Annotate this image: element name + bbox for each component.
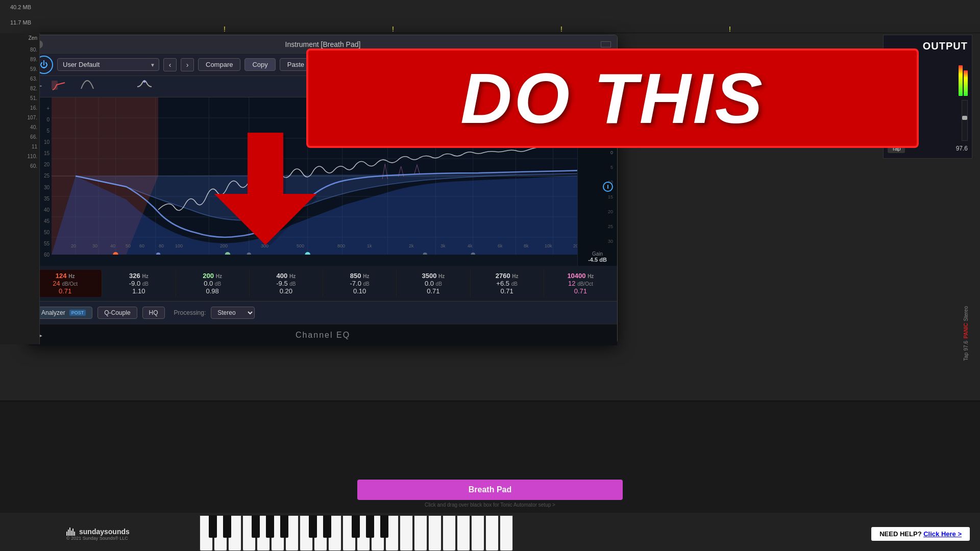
window-minimize-button[interactable] [601, 41, 611, 47]
gain-30neg: 30 [580, 239, 615, 244]
piano-white-key[interactable] [471, 515, 484, 551]
compare-button[interactable]: Compare [198, 58, 240, 71]
eq-node-3[interactable] [136, 79, 153, 95]
eq-band-6[interactable]: 3500 Hz 0.0 dB 0.71 [397, 270, 470, 297]
piano-white-key[interactable] [400, 515, 413, 551]
scale-16: 16. [0, 101, 39, 111]
piano-black-key[interactable] [280, 515, 288, 538]
band3-freq: 200 Hz [203, 272, 222, 280]
processing-label: Processing: [174, 309, 206, 316]
piano-black-key[interactable] [252, 515, 260, 538]
bottom-area: Breath Pad [0, 400, 980, 551]
band7-db: +6.5 dB [496, 280, 518, 287]
eq-node-2[interactable] [79, 79, 95, 95]
analyzer-button[interactable]: Analyzer POST [35, 307, 92, 319]
piano-black-key[interactable] [223, 515, 231, 538]
band5-q: 0.10 [353, 287, 366, 295]
eq-band-4[interactable]: 400 Hz -9.5 dB 0.20 [250, 270, 323, 297]
piano-black-key[interactable] [209, 515, 217, 538]
freq-50: 50 [126, 243, 131, 248]
piano-keys[interactable] [199, 515, 618, 551]
band4-db: -9.5 dB [276, 280, 296, 287]
breath-pad-label: Breath Pad [469, 485, 511, 494]
warning-icon-4: ! [729, 25, 731, 33]
eq-band-3[interactable]: 200 Hz 0.0 dB 0.98 [176, 270, 250, 297]
eq-band-5[interactable]: 850 Hz -7.0 dB 0.10 [323, 270, 397, 297]
svg-point-1 [143, 81, 145, 83]
post-badge: POST [69, 310, 86, 316]
output-fader-handle[interactable] [962, 116, 967, 120]
freq-8k: 8k [524, 243, 529, 248]
piano-keyboard [0, 513, 980, 551]
stereo-panic-tap-section: Stereo PANIC 97.6 Tap [963, 306, 969, 361]
red-arrow-icon [214, 133, 316, 259]
scale-59: 59. [0, 62, 39, 72]
stereo-label-vertical: Stereo [963, 306, 969, 321]
gain-value-display: -4.5 dB [588, 257, 607, 263]
freq-80: 80 [159, 243, 164, 248]
piano-white-key[interactable] [414, 515, 427, 551]
warning-icon-1: ! [224, 25, 226, 33]
scale-66: 66. [0, 130, 39, 140]
freq-6k: 6k [498, 243, 503, 248]
copy-button[interactable]: Copy [244, 58, 275, 71]
piano-black-key[interactable] [266, 515, 274, 538]
scale-89: 89. [0, 53, 39, 62]
svg-rect-0 [52, 81, 58, 90]
gain-title-label: Gain [592, 251, 603, 257]
piano-white-key[interactable] [485, 515, 499, 551]
freq-10k: 10k [545, 243, 552, 248]
logo-name: sundaysounds [79, 528, 130, 536]
band2-freq: 326 Hz [129, 272, 149, 280]
scale-80: 80. [0, 41, 39, 53]
timeline-bar: ! ! ! ! [40, 24, 980, 33]
piano-black-key[interactable] [352, 515, 360, 538]
tap-label-vertical: Tap [963, 353, 969, 361]
gain-25neg: 25 [580, 224, 615, 229]
scale-110: 110. [0, 149, 39, 159]
forward-button[interactable]: › [181, 58, 194, 71]
back-button[interactable]: ‹ [163, 58, 177, 71]
scale-107: 107. [0, 111, 39, 120]
dropdown-chevron-icon: ▼ [150, 62, 155, 67]
memory-label-2: 11.7 MB [10, 19, 31, 26]
gain-0: 0 [580, 150, 615, 155]
help-bar[interactable]: NEED HELP? Click Here > [871, 527, 970, 541]
preset-dropdown[interactable]: User Default [57, 58, 159, 71]
tap-value-display: 97.6 [956, 145, 968, 152]
eq-band-2[interactable]: 326 Hz -9.0 dB 1.10 [102, 270, 176, 297]
gain-handle[interactable] [603, 182, 613, 192]
piano-white-key[interactable] [443, 515, 456, 551]
logo-copyright: © 2021 Sunday Sounds® LLC [66, 536, 130, 541]
band5-db: -7.0 dB [350, 280, 370, 287]
piano-white-key[interactable] [428, 515, 442, 551]
hq-button[interactable]: HQ [142, 307, 165, 319]
logo-row: sundaysounds [66, 528, 130, 536]
level-meter-right [964, 70, 968, 96]
eq-band-7[interactable]: 2760 Hz +6.5 dB 0.71 [471, 270, 544, 297]
piano-white-key[interactable] [500, 515, 513, 551]
band8-q: 0.71 [574, 287, 587, 295]
scale-63: 63. [0, 72, 39, 82]
freq-labels-row: 20 30 40 50 60 80 100 200 300 500 800 1k… [52, 243, 617, 254]
logo-area: sundaysounds © 2021 Sunday Sounds® LLC [66, 528, 130, 541]
breath-pad-bar[interactable]: Breath Pad [357, 480, 623, 500]
preset-dropdown-container: User Default ▼ [57, 58, 159, 71]
scale-60: 60. [0, 159, 39, 169]
q-couple-button[interactable]: Q-Couple [97, 307, 137, 319]
piano-white-key[interactable] [457, 515, 470, 551]
piano-black-key[interactable] [366, 515, 374, 538]
piano-black-key[interactable] [323, 515, 331, 538]
eq-node-1[interactable] [51, 79, 67, 95]
processing-select[interactable]: Stereo Left Right Mid Side [211, 307, 255, 319]
help-link[interactable]: Click Here > [923, 530, 962, 538]
piano-black-key[interactable] [380, 515, 388, 538]
band5-freq: 850 Hz [350, 272, 370, 280]
eq-band-8[interactable]: 10400 Hz 12 dB/Oct 0.71 [544, 270, 617, 297]
warning-icon-3: ! [560, 25, 562, 33]
plugin-name-label: Channel EQ [296, 331, 350, 340]
piano-black-key[interactable] [309, 515, 317, 538]
freq-40: 40 [110, 243, 115, 248]
band4-freq: 400 Hz [277, 272, 296, 280]
eq-bottom-controls: Analyzer POST Q-Couple HQ Processing: St… [29, 302, 617, 324]
